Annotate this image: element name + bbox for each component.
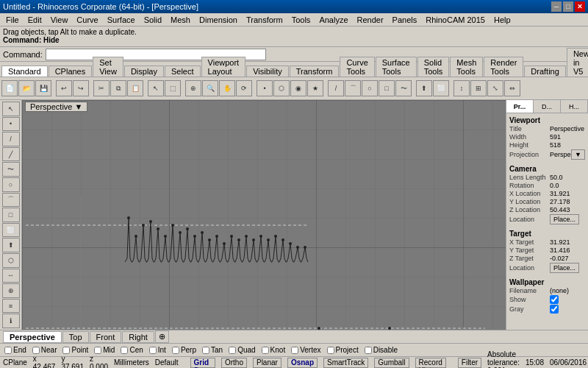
tb-line[interactable]: /	[328, 80, 344, 96]
sb-knot[interactable]: Knot	[260, 346, 287, 354]
lt-circle[interactable]: ○	[2, 177, 20, 192]
sb-disable[interactable]: Disable	[363, 346, 399, 354]
tb-redo[interactable]: ↪	[73, 80, 89, 96]
menu-item-file[interactable]: File	[1, 15, 24, 25]
sb-near[interactable]: Near	[31, 346, 59, 354]
toolbar-tab-curve-tools[interactable]: Curve Tools	[340, 57, 374, 77]
lt-polyline[interactable]: ╱	[2, 147, 20, 162]
tb-scale[interactable]: ⤡	[487, 80, 503, 96]
toolbar-tab-set-view[interactable]: Set View	[93, 57, 123, 77]
tb-extrude[interactable]: ⬆	[416, 80, 432, 96]
sb-vertex[interactable]: Vertex	[290, 346, 322, 354]
menu-item-rhinocam-2015[interactable]: RhinoCAM 2015	[421, 15, 490, 25]
toolbar-tab-render-tools[interactable]: Render Tools	[484, 57, 523, 77]
sb-project[interactable]: Project	[326, 346, 360, 354]
rp-wall-gray-check[interactable]	[550, 305, 559, 314]
menu-item-panels[interactable]: Panels	[388, 15, 422, 25]
tb-circle[interactable]: ○	[362, 80, 378, 96]
toolbar-tab-surface-tools[interactable]: Surface Tools	[376, 57, 417, 77]
toolbar-tab-cplanes[interactable]: CPlanes	[49, 66, 93, 77]
menu-item-tools[interactable]: Tools	[287, 15, 315, 25]
lt-point[interactable]: •	[2, 117, 20, 132]
menu-item-view[interactable]: View	[46, 15, 73, 25]
tb-copy[interactable]: ⧉	[110, 80, 126, 96]
sb-quad[interactable]: Quad	[227, 346, 257, 354]
bi-ortho[interactable]: Ortho	[221, 358, 247, 368]
rp-tgt-place-btn[interactable]: Place...	[550, 263, 579, 273]
sb-cen-check[interactable]	[121, 347, 128, 354]
menu-item-mesh[interactable]: Mesh	[166, 15, 195, 25]
menu-item-help[interactable]: Help	[490, 15, 515, 25]
toolbar-tab-visibility[interactable]: Visibility	[246, 66, 289, 77]
sb-tan-check[interactable]	[202, 347, 209, 354]
sb-end-check[interactable]	[4, 347, 12, 354]
vp-tab-right[interactable]: Right	[122, 331, 154, 343]
rp-cam-place-btn[interactable]: Place...	[550, 214, 579, 224]
minimize-button[interactable]: ─	[551, 1, 562, 12]
bi-record-history[interactable]: Record History	[415, 358, 446, 368]
bi-osnap[interactable]: Osnap	[287, 358, 318, 368]
tb-rect[interactable]: □	[379, 80, 395, 96]
toolbar-tab-drafting[interactable]: Drafting	[524, 66, 566, 77]
menu-item-edit[interactable]: Edit	[24, 15, 46, 25]
lt-arc[interactable]: ⌒	[2, 193, 20, 208]
sb-mid-check[interactable]	[94, 347, 101, 354]
sb-point[interactable]: Point	[61, 346, 90, 354]
bi-gumball[interactable]: Gumball	[374, 358, 409, 368]
bi-planar[interactable]: Planar	[253, 358, 282, 368]
tb-copy2[interactable]: ⊞	[470, 80, 487, 96]
lt-prop[interactable]: ℹ	[2, 314, 20, 328]
tb-cut[interactable]: ✂	[93, 80, 110, 96]
tb-render[interactable]: ★	[307, 80, 323, 96]
tb-rotate[interactable]: ⟳	[236, 80, 252, 96]
maximize-button[interactable]: □	[563, 1, 573, 12]
toolbar-tab-display[interactable]: Display	[124, 66, 164, 77]
rp-wall-show-check[interactable]	[550, 295, 559, 304]
menu-item-solid[interactable]: Solid	[140, 15, 166, 25]
rp-tab-display[interactable]: D...	[534, 100, 561, 113]
rp-tab-properties[interactable]: Pr...	[506, 100, 534, 113]
tb-undo[interactable]: ↩	[56, 80, 72, 96]
toolbar-tab-viewport-layout[interactable]: Viewport Layout	[201, 57, 246, 77]
sb-vertex-check[interactable]	[291, 347, 298, 354]
lt-line[interactable]: /	[2, 132, 20, 146]
lt-curve[interactable]: 〜	[2, 162, 20, 177]
sb-int-check[interactable]	[149, 347, 157, 354]
menu-item-dimension[interactable]: Dimension	[195, 15, 242, 25]
tb-mirror[interactable]: ⇔	[504, 80, 520, 96]
tb-shade[interactable]: ◉	[290, 80, 306, 96]
sb-end[interactable]: End	[3, 346, 28, 354]
sb-cen[interactable]: Cen	[119, 346, 144, 354]
tb-select[interactable]: ↖	[148, 80, 164, 96]
viewport[interactable]: Perspective ▼	[22, 100, 506, 330]
sb-knot-check[interactable]	[262, 347, 269, 354]
vp-tab-top[interactable]: Top	[62, 331, 89, 343]
sb-point-check[interactable]	[62, 347, 70, 354]
sb-near-check[interactable]	[32, 347, 40, 354]
bi-grid-snap[interactable]: Grid Snap	[190, 358, 215, 368]
toolbar-tab-select[interactable]: Select	[165, 66, 201, 77]
toolbar-tab-mesh-tools[interactable]: Mesh Tools	[450, 57, 483, 77]
lt-mesh[interactable]: ⬡	[2, 253, 20, 268]
tb-arc[interactable]: ⌒	[345, 80, 361, 96]
sb-mid[interactable]: Mid	[93, 346, 116, 354]
sb-quad-check[interactable]	[229, 347, 236, 354]
lt-select[interactable]: ↖	[2, 102, 20, 116]
tb-loft[interactable]: ⬜	[433, 80, 449, 96]
close-button[interactable]: ✕	[575, 1, 585, 12]
tb-pan[interactable]: ✋	[219, 80, 235, 96]
lt-layer[interactable]: ≡	[2, 299, 20, 314]
bi-smart-track[interactable]: SmartTrack	[323, 358, 368, 368]
vp-tab-perspective[interactable]: Perspective	[3, 331, 62, 343]
lt-dim[interactable]: ↔	[2, 269, 20, 283]
sb-project-check[interactable]	[327, 347, 334, 354]
menu-item-curve[interactable]: Curve	[72, 15, 102, 25]
rp-projection-dropdown[interactable]: ▼	[571, 149, 585, 160]
sb-int[interactable]: Int	[148, 346, 168, 354]
toolbar-tab-solid-tools[interactable]: Solid Tools	[417, 57, 450, 77]
sb-disable-check[interactable]	[365, 347, 372, 354]
tb-save[interactable]: 💾	[35, 80, 51, 96]
tb-zoom-in[interactable]: 🔍	[202, 80, 218, 96]
tb-points[interactable]: •	[257, 80, 273, 96]
lt-rect[interactable]: □	[2, 208, 20, 222]
